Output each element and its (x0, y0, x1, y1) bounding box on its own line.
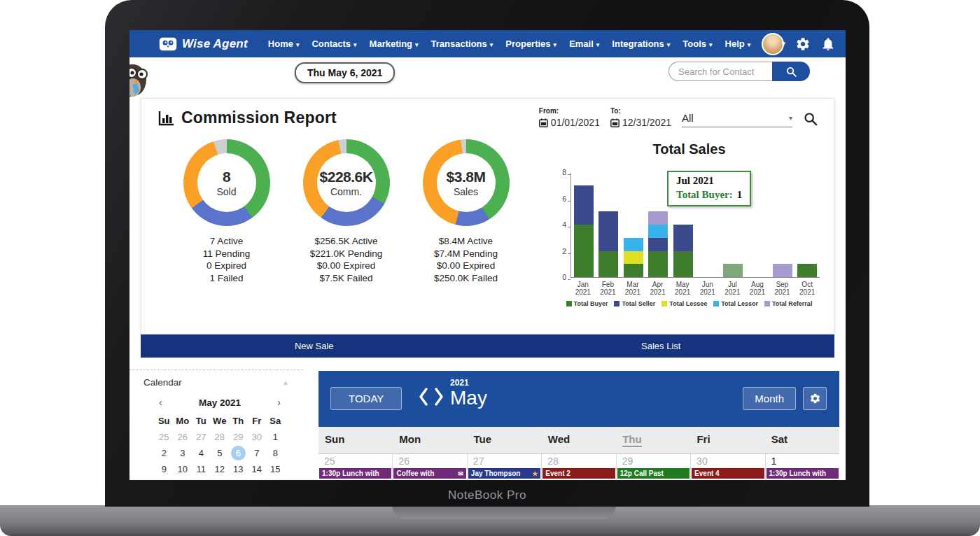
from-date-picker[interactable]: 01/01/2021 (539, 117, 600, 128)
mini-weekday: Fr (248, 413, 267, 429)
mini-day[interactable]: 4 (192, 445, 211, 461)
mini-day[interactable]: 7 (248, 445, 267, 461)
mini-day[interactable]: 14 (248, 461, 267, 477)
mini-day[interactable]: 30 (248, 429, 267, 445)
y-axis-tick: 4 (552, 220, 566, 229)
calendar-event[interactable]: Event 4 (692, 468, 764, 479)
user-menu[interactable]: ▾ (762, 33, 785, 55)
mini-day[interactable]: 3 (174, 445, 192, 461)
bar-segment (574, 185, 594, 225)
bar-segment (673, 251, 693, 278)
sidebar-title: Calendar (144, 377, 182, 388)
legend-label: Total Buyer (574, 300, 608, 307)
next-month-button[interactable]: › (277, 397, 281, 408)
nav-item-home[interactable]: Home▾ (262, 35, 306, 52)
donut-chart: 8Sold7 Active11 Pending0 Expired1 Failed (167, 139, 286, 284)
tooltip-label: Total Buyer: (676, 189, 733, 200)
mini-day[interactable]: 11 (192, 461, 211, 477)
mini-day[interactable]: 12 (211, 461, 230, 477)
nav-item-email[interactable]: Email▾ (563, 35, 606, 52)
chevron-down-icon: ▾ (781, 39, 785, 48)
nav-item-integrations[interactable]: Integrations▾ (606, 35, 676, 52)
next-arrow-icon[interactable] (434, 388, 444, 406)
legend-label: Total Lessor (721, 300, 758, 307)
day-number: 28 (542, 454, 615, 467)
nav-item-label: Contacts (312, 38, 351, 49)
gear-icon[interactable] (795, 36, 811, 52)
mini-calendar-nav: ‹ May 2021 › (159, 397, 281, 408)
nav-item-transactions[interactable]: Transactions▾ (425, 35, 500, 52)
calendar-event[interactable]: 1:30p Lunch with (766, 468, 839, 479)
donut-center: $228.6KComm. (317, 153, 376, 212)
sales-list-button[interactable]: Sales List (488, 334, 835, 358)
mini-day[interactable]: 5 (211, 445, 230, 461)
mini-day[interactable]: 9 (155, 461, 174, 477)
day-cell[interactable]: 251:30p Lunch with (318, 454, 393, 480)
nav-item-marketing[interactable]: Marketing▾ (363, 35, 425, 52)
calendar-event[interactable]: 1:30p Lunch with (319, 468, 391, 479)
mini-day[interactable]: 2 (155, 445, 174, 461)
mini-day[interactable]: 15 (266, 461, 285, 477)
mini-day[interactable]: 26 (174, 429, 192, 445)
nav-right: ▾ (762, 33, 836, 55)
mini-day[interactable]: 1 (266, 429, 285, 445)
mini-day[interactable]: 13 (229, 461, 248, 477)
mini-day[interactable]: 10 (174, 461, 192, 477)
nav-item-contacts[interactable]: Contacts▾ (305, 35, 363, 52)
date-button[interactable]: Thu May 6, 2021 (295, 62, 395, 83)
today-button[interactable]: TODAY (330, 387, 402, 410)
day-cell[interactable]: 11:30p Lunch with (766, 454, 839, 480)
search-input[interactable] (668, 62, 772, 81)
page-title: Commission Report (181, 108, 337, 127)
nav-item-label: Transactions (431, 38, 487, 49)
day-number: 25 (318, 454, 392, 467)
wise-agent-logo-icon (159, 37, 177, 51)
bar-segment (723, 264, 743, 277)
nav-item-tools[interactable]: Tools▾ (676, 35, 718, 52)
calendar-event[interactable]: Coffee with✉ (393, 468, 465, 479)
mini-day[interactable]: 8 (266, 445, 285, 461)
stat-line: $8.4M Active (434, 235, 498, 248)
stat-line: 0 Expired (203, 260, 250, 272)
mini-day[interactable]: 27 (192, 429, 211, 445)
nav-item-properties[interactable]: Properties▾ (499, 35, 563, 52)
type-select[interactable]: All ▾ (682, 112, 792, 127)
bar-segment (648, 251, 668, 278)
mini-day[interactable]: 29 (229, 429, 248, 445)
day-cell[interactable]: 27Jay Thompson★ (468, 454, 542, 480)
chevron-down-icon: ▾ (296, 41, 300, 48)
calendar-event[interactable]: Event 2 (542, 468, 615, 479)
mini-day[interactable]: 28 (211, 429, 230, 445)
weekday-sun: Sun (318, 427, 393, 453)
calendar-settings-button[interactable] (803, 387, 827, 410)
prev-arrow-icon[interactable] (419, 388, 428, 406)
donut-chart: $228.6KComm.$256.5K Active$221.0K Pendin… (286, 139, 406, 284)
mini-day[interactable]: 6 (229, 445, 248, 461)
donut-center: 8Sold (197, 153, 256, 212)
bar-segment (648, 211, 668, 225)
toolbar: Thu May 6, 2021 (130, 57, 846, 98)
bar-oct-2021 (795, 173, 820, 277)
mini-day[interactable]: 25 (155, 429, 174, 445)
calendar-event[interactable]: Jay Thompson★ (468, 468, 540, 479)
day-cell[interactable]: 28Event 2 (542, 454, 616, 480)
donut-ring: 8Sold (183, 139, 270, 226)
new-sale-button[interactable]: New Sale (141, 334, 488, 358)
day-cell[interactable]: 30Event 4 (691, 454, 765, 480)
bar-stack (673, 225, 693, 277)
prev-month-button[interactable]: ‹ (159, 397, 162, 408)
report-search-icon[interactable] (803, 111, 818, 127)
legend-swatch (713, 301, 719, 306)
nav-item-help[interactable]: Help▾ (719, 35, 757, 52)
to-date-picker[interactable]: 12/31/2021 (610, 117, 671, 128)
bell-icon[interactable] (820, 36, 836, 52)
day-cell[interactable]: 26Coffee with✉ (393, 454, 467, 480)
month-view-button[interactable]: Month (743, 387, 796, 410)
chevron-up-icon[interactable]: ▲ (282, 379, 289, 386)
day-cell[interactable]: 2912p Call Past (617, 454, 691, 480)
calendar-event[interactable]: 12p Call Past (617, 468, 690, 479)
search-button[interactable] (772, 62, 810, 81)
event-title: 1:30p Lunch with (769, 470, 827, 477)
brand[interactable]: Wise Agent (159, 37, 248, 51)
bar-mar-2021 (621, 173, 646, 277)
